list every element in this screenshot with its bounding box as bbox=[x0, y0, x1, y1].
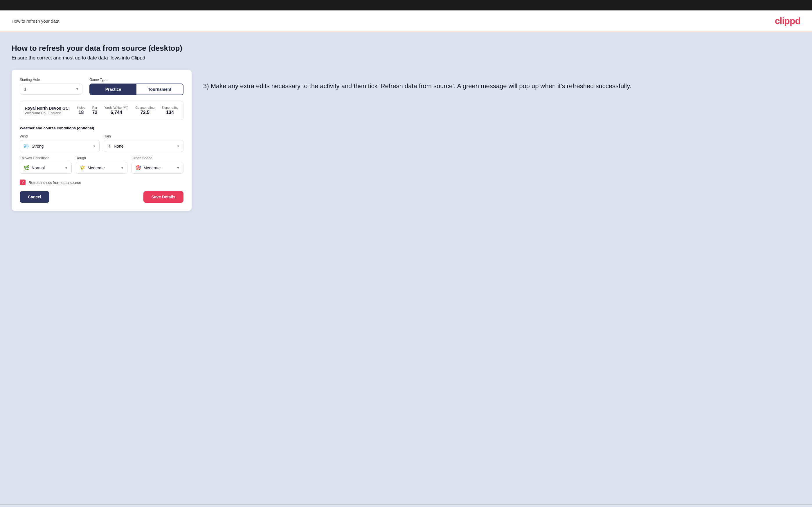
wind-group: Wind 💨 Strong ▼ bbox=[20, 134, 100, 152]
refresh-checkbox-label: Refresh shots from data source bbox=[29, 180, 81, 185]
side-text-content: 3) Make any extra edits necessary to the… bbox=[203, 81, 800, 91]
cancel-button[interactable]: Cancel bbox=[20, 191, 49, 203]
slope-rating-value: 134 bbox=[166, 110, 174, 115]
wind-icon: 💨 bbox=[23, 143, 29, 149]
save-button[interactable]: Save Details bbox=[143, 191, 184, 203]
conditions-row-2: Fairway Conditions 🌿 Normal ▼ Rough 🌾 Mo… bbox=[20, 156, 184, 174]
top-bar bbox=[0, 0, 812, 10]
rain-select[interactable]: ☀ None ▼ bbox=[104, 140, 184, 152]
rough-label: Rough bbox=[76, 156, 128, 160]
rain-icon: ☀ bbox=[107, 143, 111, 149]
game-type-toggle: Practice Tournament bbox=[89, 83, 184, 95]
weather-section-title: Weather and course conditions (optional) bbox=[20, 126, 184, 130]
fairway-group: Fairway Conditions 🌿 Normal ▼ bbox=[20, 156, 72, 174]
starting-hole-wrapper[interactable]: 1 10 ▼ bbox=[20, 83, 83, 95]
main-content: How to refresh your data from source (de… bbox=[0, 32, 812, 504]
holes-value: 18 bbox=[79, 110, 84, 115]
course-rating-stat: Course rating 72.5 bbox=[135, 106, 154, 115]
course-rating-value: 72.5 bbox=[141, 110, 150, 115]
green-speed-arrow-icon: ▼ bbox=[176, 166, 180, 170]
fairway-value: Normal bbox=[32, 166, 62, 170]
wind-value: Strong bbox=[32, 144, 90, 149]
form-row-top: Starting Hole 1 10 ▼ Game Type Practice bbox=[20, 78, 184, 95]
starting-hole-select[interactable]: 1 10 bbox=[20, 83, 83, 95]
header-title: How to refresh your data bbox=[12, 18, 59, 23]
holes-label: Holes bbox=[77, 106, 85, 109]
green-speed-label: Green Speed bbox=[132, 156, 184, 160]
wind-label: Wind bbox=[20, 134, 100, 138]
logo: clippd bbox=[775, 16, 800, 26]
rough-value: Moderate bbox=[88, 166, 118, 170]
refresh-checkbox[interactable] bbox=[20, 179, 26, 185]
tournament-button[interactable]: Tournament bbox=[137, 84, 183, 95]
course-name: Royal North Devon GC, bbox=[25, 106, 71, 111]
wind-rain-row: Wind 💨 Strong ▼ Rain ☀ None ▼ bbox=[20, 134, 184, 152]
green-speed-select[interactable]: 🎯 Moderate ▼ bbox=[132, 162, 184, 174]
par-stat: Par 72 bbox=[92, 106, 98, 115]
yards-stat: Yards(White (M)) 6,744 bbox=[104, 106, 128, 115]
course-name-block: Royal North Devon GC, Westward Ho!, Engl… bbox=[25, 106, 71, 115]
course-location: Westward Ho!, England bbox=[25, 111, 71, 115]
rain-label: Rain bbox=[104, 134, 184, 138]
course-rating-label: Course rating bbox=[135, 106, 154, 109]
slope-rating-stat: Slope rating 134 bbox=[161, 106, 179, 115]
par-label: Par bbox=[92, 106, 97, 109]
game-type-label: Game Type bbox=[89, 78, 184, 82]
fairway-select[interactable]: 🌿 Normal ▼ bbox=[20, 162, 72, 174]
fairway-arrow-icon: ▼ bbox=[65, 166, 68, 170]
action-buttons: Cancel Save Details bbox=[20, 191, 184, 203]
side-text: 3) Make any extra edits necessary to the… bbox=[203, 70, 800, 91]
header: How to refresh your data clippd bbox=[0, 10, 812, 32]
par-value: 72 bbox=[92, 110, 98, 115]
form-card: Starting Hole 1 10 ▼ Game Type Practice bbox=[12, 70, 192, 211]
slope-rating-label: Slope rating bbox=[161, 106, 179, 109]
fairway-icon: 🌿 bbox=[23, 165, 29, 171]
rough-group: Rough 🌾 Moderate ▼ bbox=[76, 156, 128, 174]
green-speed-value: Moderate bbox=[143, 166, 174, 170]
starting-hole-label: Starting Hole bbox=[20, 78, 83, 82]
fairway-label: Fairway Conditions bbox=[20, 156, 72, 160]
yards-value: 6,744 bbox=[111, 110, 122, 115]
page-heading: How to refresh your data from source (de… bbox=[12, 44, 800, 53]
course-info: Royal North Devon GC, Westward Ho!, Engl… bbox=[20, 101, 184, 120]
footer: Copyright Clippd 2022 bbox=[0, 504, 812, 507]
wind-arrow-icon: ▼ bbox=[93, 145, 96, 148]
rough-select[interactable]: 🌾 Moderate ▼ bbox=[76, 162, 128, 174]
page-subheading: Ensure the correct and most up to date d… bbox=[12, 55, 800, 61]
wind-select[interactable]: 💨 Strong ▼ bbox=[20, 140, 100, 152]
game-type-group: Game Type Practice Tournament bbox=[89, 78, 184, 95]
practice-button[interactable]: Practice bbox=[90, 84, 137, 95]
rain-value: None bbox=[114, 144, 174, 149]
rough-icon: 🌾 bbox=[80, 165, 85, 171]
refresh-checkbox-row: Refresh shots from data source bbox=[20, 179, 184, 185]
rain-arrow-icon: ▼ bbox=[176, 145, 180, 148]
holes-stat: Holes 18 bbox=[77, 106, 85, 115]
rain-group: Rain ☀ None ▼ bbox=[104, 134, 184, 152]
rough-arrow-icon: ▼ bbox=[120, 166, 124, 170]
green-speed-icon: 🎯 bbox=[135, 165, 141, 171]
content-layout: Starting Hole 1 10 ▼ Game Type Practice bbox=[12, 70, 800, 211]
yards-label: Yards(White (M)) bbox=[104, 106, 128, 109]
starting-hole-group: Starting Hole 1 10 ▼ bbox=[20, 78, 83, 95]
course-stats: Holes 18 Par 72 Yards(White (M)) 6,744 C… bbox=[77, 106, 179, 115]
green-speed-group: Green Speed 🎯 Moderate ▼ bbox=[132, 156, 184, 174]
